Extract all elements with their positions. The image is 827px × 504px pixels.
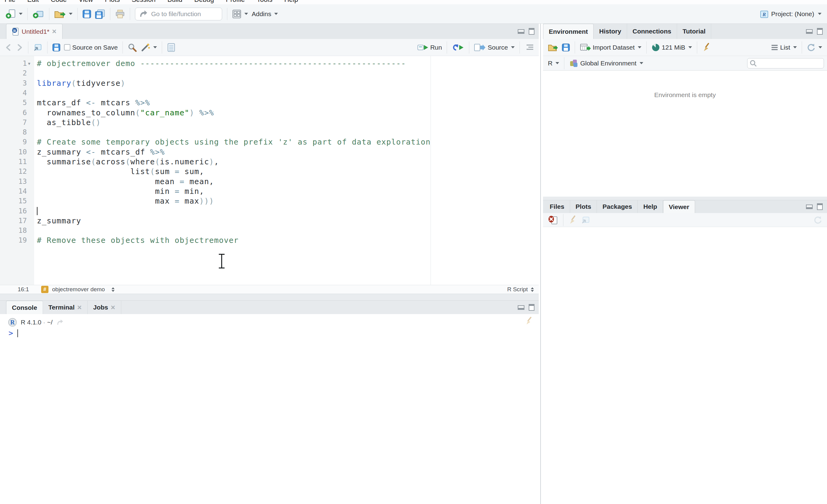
console-input[interactable]: >	[8, 329, 18, 338]
code-line[interactable]: max = max)))	[37, 196, 214, 206]
run-button[interactable]: Run	[416, 42, 444, 53]
environment-selector[interactable]: Global Environment	[567, 58, 645, 69]
menu-build[interactable]: Build	[167, 0, 182, 4]
code-line[interactable]: as_tibble()	[37, 117, 101, 127]
code-line[interactable]: # objectremover demo -------------------…	[37, 58, 406, 68]
menu-view[interactable]: View	[79, 0, 93, 4]
code-line[interactable]: # Remove these objects with objectremove…	[37, 235, 239, 245]
tab-history[interactable]: History	[594, 24, 627, 39]
code-line[interactable]: list(sum = sum,	[37, 166, 204, 176]
section-navigator[interactable]: # objectremover demo	[41, 286, 114, 293]
menu-code[interactable]: Code	[51, 0, 67, 4]
menu-file[interactable]: File	[5, 0, 15, 4]
new-project-button[interactable]	[31, 8, 46, 20]
popout-window-button[interactable]	[32, 42, 44, 53]
menu-session[interactable]: Session	[132, 0, 155, 4]
tab-console[interactable]: Console	[6, 301, 43, 314]
save-current-button[interactable]	[51, 42, 62, 53]
minimize-viewer-icon[interactable]	[806, 205, 813, 209]
tab-packages[interactable]: Packages	[597, 200, 638, 213]
maximize-environment-icon[interactable]	[817, 28, 823, 35]
list-view-label: List	[780, 44, 790, 51]
new-project-icon	[33, 9, 44, 19]
menu-profile[interactable]: Profile	[226, 0, 245, 4]
line-number: 10	[0, 147, 27, 157]
minimize-source-icon[interactable]	[518, 29, 524, 34]
refresh-icon	[807, 43, 816, 52]
code-line[interactable]: rownames_to_column("car_name") %>%	[37, 108, 214, 118]
nav-back-button[interactable]	[3, 42, 14, 53]
code-line[interactable]: z_summary <- mtcars_df %>%	[37, 147, 165, 157]
list-view-button[interactable]: List	[769, 43, 799, 52]
compile-report-button[interactable]	[165, 42, 177, 53]
memory-usage-button[interactable]: 121 MiB	[650, 42, 694, 53]
menu-help[interactable]: Help	[284, 0, 298, 4]
menu-edit[interactable]: Edit	[27, 0, 39, 4]
minimize-environment-icon[interactable]	[806, 29, 813, 34]
console-popout-icon[interactable]	[56, 319, 64, 326]
fold-marker-icon[interactable]: ▾	[28, 58, 31, 68]
save-all-button[interactable]	[93, 8, 107, 20]
code-line[interactable]: library(tidyverse)	[37, 78, 126, 88]
import-dataset-button[interactable]: Import Dataset	[578, 42, 643, 53]
rerun-button[interactable]	[450, 42, 466, 53]
document-outline-button[interactable]	[523, 43, 536, 52]
refresh-environment-button[interactable]	[805, 42, 824, 53]
save-button[interactable]	[81, 8, 93, 19]
pane-divider[interactable]	[540, 24, 541, 504]
tab-environment[interactable]: Environment	[543, 24, 594, 39]
tab-plots[interactable]: Plots	[570, 200, 597, 213]
line-number: 18	[0, 226, 27, 235]
tab-files[interactable]: Files	[544, 200, 570, 213]
tab-help[interactable]: Help	[638, 200, 663, 213]
tab-close-icon[interactable]: ✕	[52, 28, 57, 35]
save-workspace-button[interactable]	[560, 42, 572, 53]
menu-debug[interactable]: Debug	[194, 0, 214, 4]
code-tools-button[interactable]	[139, 41, 159, 54]
tab-connections[interactable]: Connections	[627, 24, 677, 39]
tab-jobs[interactable]: Jobs ✕	[88, 301, 121, 314]
viewer-popout-button[interactable]	[579, 215, 592, 226]
menu-plots[interactable]: Plots	[105, 0, 120, 4]
source-on-save-toggle[interactable]: Source on Save	[62, 43, 119, 52]
tab-untitled1[interactable]: R Untitled1* ✕	[6, 24, 62, 39]
file-type-selector[interactable]: R Script	[507, 286, 539, 293]
terminal-close-icon[interactable]: ✕	[77, 304, 82, 311]
code-line[interactable]: # Create some temporary objects using th…	[37, 137, 431, 147]
addins-button[interactable]: Addins	[250, 9, 280, 19]
tab-viewer[interactable]: Viewer	[663, 200, 695, 213]
code-line[interactable]: mean = mean,	[37, 176, 214, 186]
clear-console-button[interactable]	[525, 317, 534, 326]
menu-tools[interactable]: Tools	[257, 0, 273, 4]
code-editor[interactable]: 1▾2345678910111213141516171819 # objectr…	[0, 56, 539, 285]
minimize-console-icon[interactable]	[518, 305, 524, 310]
maximize-console-icon[interactable]	[529, 304, 534, 311]
code-line[interactable]: min = min,	[37, 186, 204, 196]
tab-tutorial[interactable]: Tutorial	[677, 24, 711, 39]
jobs-close-icon[interactable]: ✕	[111, 304, 115, 311]
source-on-save-checkbox[interactable]	[64, 44, 70, 51]
clear-all-viewer-button[interactable]	[567, 214, 579, 226]
find-replace-button[interactable]	[126, 42, 139, 53]
project-selector[interactable]: R Project: (None)	[760, 9, 823, 18]
goto-file-function-input[interactable]: Go to file/function	[135, 8, 222, 20]
file-type-updown-icon	[531, 287, 534, 292]
new-file-button[interactable]	[4, 8, 25, 20]
environment-search-input[interactable]	[747, 58, 824, 68]
nav-forward-button[interactable]	[14, 42, 25, 53]
open-file-button[interactable]	[52, 8, 75, 20]
maximize-source-icon[interactable]	[529, 28, 534, 35]
load-workspace-button[interactable]	[546, 42, 560, 53]
code-line[interactable]: z_summary	[37, 216, 81, 226]
viewer-refresh-button[interactable]	[812, 215, 824, 226]
language-selector[interactable]: R	[546, 58, 561, 68]
clear-environment-button[interactable]	[700, 41, 713, 54]
code-line[interactable]: summarise(across(where(is.numeric),	[37, 157, 219, 167]
source-button[interactable]: Source	[472, 42, 517, 53]
maximize-viewer-icon[interactable]	[817, 203, 823, 210]
clear-viewer-item-button[interactable]	[546, 214, 560, 226]
code-line[interactable]: mtcars_df <- mtcars %>%	[37, 98, 150, 108]
print-button[interactable]	[113, 8, 127, 20]
pane-layout-button[interactable]	[230, 8, 250, 20]
tab-terminal[interactable]: Terminal ✕	[43, 301, 88, 314]
